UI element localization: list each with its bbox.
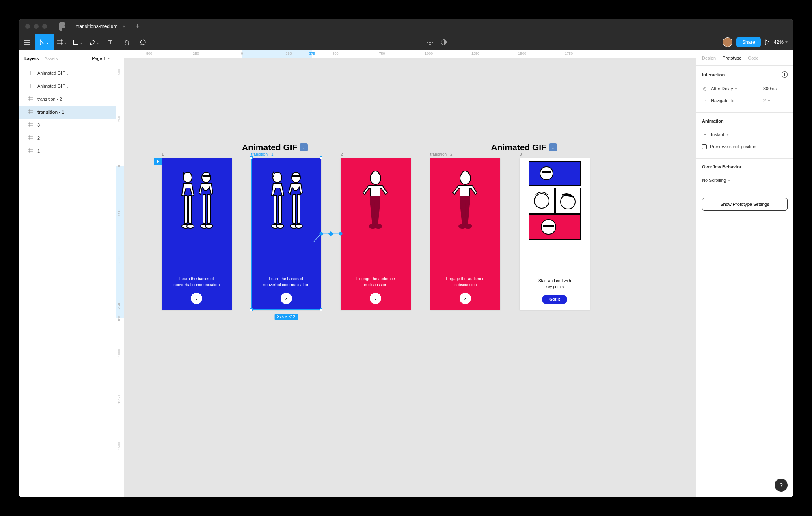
svg-point-2 bbox=[183, 172, 192, 183]
frame[interactable]: Engage the audiencein discussion› bbox=[341, 158, 411, 310]
svg-point-24 bbox=[370, 172, 381, 184]
show-prototype-settings-button[interactable]: Show Prototype Settings bbox=[702, 198, 788, 211]
horizontal-ruler: -500-25002503755007501000125015001750 bbox=[116, 50, 696, 58]
layers-panel: Layers Assets Page 1 Animated GIF ↓Anima… bbox=[19, 50, 116, 497]
svg-point-31 bbox=[540, 167, 553, 180]
clock-icon: ◷ bbox=[702, 86, 708, 91]
canvas-heading-left: Animated GIF bbox=[242, 142, 308, 152]
got-it-button[interactable]: Got it bbox=[542, 295, 567, 304]
preserve-scroll-label: Preserve scroll position bbox=[710, 144, 788, 149]
layer-label: transition - 2 bbox=[37, 97, 62, 101]
layer-row[interactable]: Animated GIF ↓ bbox=[19, 67, 116, 80]
layers-tab[interactable]: Layers bbox=[24, 56, 39, 61]
selection-handle[interactable] bbox=[250, 308, 253, 311]
preserve-scroll-checkbox[interactable] bbox=[702, 144, 707, 149]
add-tab-button[interactable]: + bbox=[132, 22, 144, 31]
info-icon[interactable]: i bbox=[782, 71, 788, 78]
next-button[interactable]: › bbox=[191, 293, 202, 304]
frame-label[interactable]: 2 bbox=[341, 152, 343, 157]
file-tab[interactable]: transitions-medium × bbox=[72, 19, 130, 34]
svg-point-17 bbox=[276, 224, 284, 228]
layer-row[interactable]: transition - 1 bbox=[19, 106, 116, 119]
hamburger-menu-button[interactable] bbox=[19, 34, 35, 50]
svg-rect-15 bbox=[279, 195, 281, 224]
layer-row[interactable]: 1 bbox=[19, 145, 116, 158]
selection-handle[interactable] bbox=[320, 156, 322, 159]
text-icon bbox=[28, 83, 33, 89]
canvas[interactable]: -500-25002503755007501000125015001750 -5… bbox=[116, 50, 696, 497]
next-button[interactable]: › bbox=[281, 293, 292, 304]
layer-row[interactable]: Animated GIF ↓ bbox=[19, 80, 116, 93]
zoom-dropdown[interactable]: 42% bbox=[774, 39, 788, 45]
svg-rect-3 bbox=[184, 195, 187, 224]
layer-row[interactable]: 3 bbox=[19, 119, 116, 132]
user-avatar[interactable] bbox=[723, 37, 732, 47]
layer-label: Animated GIF ↓ bbox=[37, 71, 68, 76]
svg-point-27 bbox=[460, 172, 471, 184]
layer-row[interactable]: 2 bbox=[19, 132, 116, 145]
assets-tab[interactable]: Assets bbox=[44, 56, 58, 61]
frame-tool-button[interactable] bbox=[54, 34, 70, 50]
next-button[interactable]: › bbox=[370, 293, 381, 304]
action-row[interactable]: → Navigate To 2 bbox=[702, 95, 788, 107]
body: Layers Assets Page 1 Animated GIF ↓Anima… bbox=[19, 50, 793, 497]
page-dropdown[interactable]: Page 1 bbox=[92, 56, 110, 61]
connection-node[interactable] bbox=[339, 232, 343, 235]
component-icon[interactable] bbox=[427, 34, 433, 50]
preserve-scroll-row[interactable]: Preserve scroll position bbox=[702, 140, 788, 153]
overflow-value-row[interactable]: No Scrolling bbox=[702, 174, 788, 186]
next-button[interactable]: › bbox=[460, 293, 471, 304]
frame[interactable]: Engage the audiencein discussion› bbox=[430, 158, 501, 310]
code-tab[interactable]: Code bbox=[748, 56, 758, 60]
svg-point-26 bbox=[375, 224, 382, 228]
flow-start-badge[interactable] bbox=[154, 158, 162, 165]
shape-tool-button[interactable] bbox=[70, 34, 86, 50]
window-controls[interactable] bbox=[19, 24, 54, 29]
comment-tool-button[interactable] bbox=[135, 34, 151, 50]
connection-midpoint[interactable] bbox=[328, 231, 334, 236]
design-tab[interactable]: Design bbox=[702, 56, 716, 60]
action-value[interactable]: 2 bbox=[763, 98, 788, 103]
ruler-tick: 250 bbox=[285, 52, 292, 56]
ruler-tick: 375 bbox=[309, 52, 315, 56]
frame-label[interactable]: 1 bbox=[162, 152, 164, 157]
frame-caption: Learn the basics ofnonverbal communicati… bbox=[263, 276, 309, 288]
pen-tool-button[interactable] bbox=[86, 34, 102, 50]
tab-title: transitions-medium bbox=[76, 24, 117, 29]
move-tool-button[interactable] bbox=[35, 34, 54, 50]
prototype-tab[interactable]: Prototype bbox=[722, 56, 741, 60]
svg-point-23 bbox=[295, 224, 302, 228]
animation-section: Animation ✶ Instant Preserve scroll posi… bbox=[696, 113, 793, 159]
close-tab-icon[interactable]: × bbox=[122, 23, 125, 30]
frame-label[interactable]: transition - 2 bbox=[430, 152, 453, 157]
frame-icon bbox=[28, 135, 33, 141]
frame-label[interactable]: transition - 1 bbox=[251, 152, 274, 157]
frame-label[interactable]: 3 bbox=[520, 152, 522, 157]
frame[interactable]: Start and end withkey pointsGot it bbox=[520, 158, 590, 310]
share-button[interactable]: Share bbox=[736, 37, 761, 47]
present-button[interactable] bbox=[765, 34, 770, 50]
animation-type-row[interactable]: ✶ Instant bbox=[702, 128, 788, 140]
svg-rect-0 bbox=[74, 40, 78, 45]
ruler-tick: 1500 bbox=[518, 52, 526, 56]
action-label: Navigate To bbox=[711, 98, 760, 103]
frame-caption: Engage the audiencein discussion bbox=[446, 276, 484, 288]
trigger-row[interactable]: ◷ After Delay 800ms bbox=[702, 82, 788, 95]
connection-node[interactable] bbox=[320, 232, 323, 235]
toolbar-left bbox=[19, 34, 151, 50]
layer-row[interactable]: transition - 2 bbox=[19, 93, 116, 106]
selection-handle[interactable] bbox=[320, 308, 322, 311]
instant-icon: ✶ bbox=[702, 132, 708, 137]
layers-list: Animated GIF ↓Animated GIF ↓transition -… bbox=[19, 67, 116, 497]
help-button[interactable]: ? bbox=[775, 479, 788, 492]
text-tool-button[interactable] bbox=[102, 34, 119, 50]
ruler-tick: 0 bbox=[241, 52, 243, 56]
hand-tool-button[interactable] bbox=[119, 34, 135, 50]
frame[interactable]: Learn the basics ofnonverbal communicati… bbox=[162, 158, 232, 310]
stage[interactable]: Animated GIF Animated GIF 1 Learn the ba… bbox=[124, 58, 696, 497]
selection-handle[interactable] bbox=[250, 156, 253, 159]
toolbar: Share 42% bbox=[19, 34, 793, 50]
trigger-value[interactable]: 800ms bbox=[763, 86, 788, 91]
mask-icon[interactable] bbox=[441, 34, 447, 50]
frame[interactable]: Learn the basics ofnonverbal communicati… bbox=[251, 158, 322, 310]
